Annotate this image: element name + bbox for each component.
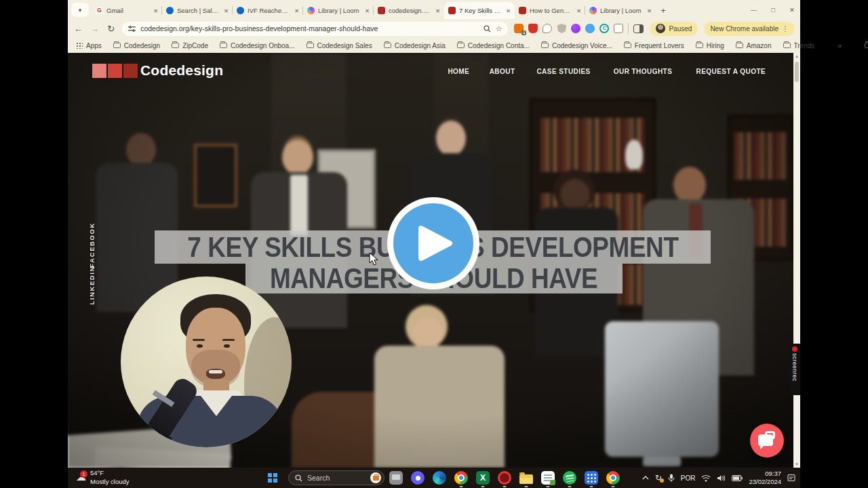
nav-home[interactable]: HOME xyxy=(448,67,469,75)
extension-icon-blue[interactable] xyxy=(585,24,595,33)
scroll-up-icon[interactable]: ▴ xyxy=(795,53,798,60)
avatar xyxy=(656,24,665,33)
tab-close-icon[interactable]: ✕ xyxy=(294,7,299,14)
clock[interactable]: 09:37 23/02/2024 xyxy=(749,470,781,486)
page-scrollbar[interactable]: ▴ ▾ xyxy=(793,53,800,468)
bookmark-folder-hiring[interactable]: Hiring xyxy=(696,42,724,49)
tab-close-icon[interactable]: ✕ xyxy=(365,7,370,14)
taskbar-app-desktop[interactable] xyxy=(388,470,404,486)
taskbar-app-file-explorer[interactable] xyxy=(518,470,534,486)
minimize-button[interactable]: — xyxy=(751,6,757,14)
nav-request-quote[interactable]: REQUEST A QUOTE xyxy=(696,67,766,75)
tab-codedesign-home[interactable]: codedesign.org: P ✕ xyxy=(374,2,444,19)
all-bookmarks-button[interactable]: All Bookmarks xyxy=(865,42,868,49)
extension-icon-shield[interactable] xyxy=(557,24,566,33)
folder-icon xyxy=(457,43,465,48)
maximize-button[interactable]: □ xyxy=(771,6,775,14)
bookmark-folder-onboarding[interactable]: Codedesign Onboa... xyxy=(220,42,295,49)
reload-button[interactable]: ↻ xyxy=(106,24,116,34)
sales-nav-icon xyxy=(166,7,174,14)
tab-close-icon[interactable]: ✕ xyxy=(435,7,440,14)
codedesign-logo[interactable]: Codedesign xyxy=(92,62,223,79)
bookmark-folder-asia[interactable]: Codedesign Asia xyxy=(384,42,446,49)
bookmark-folder-frequent-lovers[interactable]: Frequent Lovers xyxy=(624,42,684,49)
chat-widget-button[interactable] xyxy=(750,424,784,458)
extension-icon-teal[interactable]: C xyxy=(599,24,609,33)
tab-loom-2[interactable]: Library | Loom ✕ xyxy=(585,2,656,19)
battery-icon[interactable] xyxy=(732,475,743,481)
nav-case-studies[interactable]: CASE STUDIES xyxy=(537,67,591,75)
url-text[interactable]: codedesign.org/key-skills-pro-business-d… xyxy=(140,24,478,33)
side-panel-icon[interactable] xyxy=(633,24,644,33)
taskbar-app-edge[interactable] xyxy=(431,470,448,486)
zoom-icon[interactable] xyxy=(484,25,491,33)
bookmark-star-icon[interactable]: ☆ xyxy=(496,24,502,33)
tab-close-icon[interactable]: ✕ xyxy=(506,7,511,14)
tab-close-icon[interactable]: ✕ xyxy=(153,7,158,14)
extension-icon-purple[interactable] xyxy=(571,24,580,33)
taskbar-app-recorder[interactable] xyxy=(496,470,513,486)
search-highlight-icon[interactable] xyxy=(370,472,381,483)
address-bar[interactable]: codedesign.org/key-skills-pro-business-d… xyxy=(122,22,508,36)
video-play-button[interactable] xyxy=(387,197,479,289)
bookmark-apps[interactable]: Apps xyxy=(76,42,102,49)
taskbar-search[interactable]: Search xyxy=(288,470,384,485)
site-settings-icon[interactable] xyxy=(128,26,136,32)
bookmark-folder-sales[interactable]: Codedesign Sales xyxy=(307,42,372,49)
profile-paused-chip[interactable]: Paused xyxy=(650,22,698,36)
bookmark-folder-trends[interactable]: Trends xyxy=(783,42,815,49)
taskbar-app-calculator[interactable] xyxy=(583,470,599,486)
volume-icon[interactable] xyxy=(717,474,726,482)
weather-widget[interactable]: ☁1 54°F Mostly cloudy xyxy=(76,469,130,487)
taskbar-app-notes[interactable] xyxy=(540,470,556,486)
tab-sales-nav[interactable]: Search | Sales Nav ✕ xyxy=(162,2,233,19)
tab-loom-1[interactable]: Library | Loom ✕ xyxy=(303,2,374,19)
taskbar-app-chrome[interactable] xyxy=(453,470,469,486)
tab-search-button[interactable]: ▾ xyxy=(71,3,89,17)
bookmarks-overflow-button[interactable]: » xyxy=(837,41,842,49)
taskbar-app-spotify[interactable] xyxy=(561,470,578,486)
bookmark-folder-amazon[interactable]: Amazon xyxy=(736,42,772,49)
kebab-menu-icon[interactable]: ⋮ xyxy=(782,25,789,33)
sync-status-icon[interactable]: ↻ xyxy=(655,473,662,483)
language-indicator[interactable]: POR xyxy=(681,474,696,482)
back-button[interactable]: ← xyxy=(73,24,83,34)
bookmark-folder-zipcode[interactable]: ZipCode xyxy=(172,42,208,49)
bookmark-folder-contacts[interactable]: Codedesign Conta... xyxy=(457,42,530,49)
tab-ivf[interactable]: IVF Reached out | ✕ xyxy=(233,2,303,19)
codedesign-favicon xyxy=(448,7,456,14)
bookmark-folder-voice[interactable]: Codedesign Voice... xyxy=(541,42,612,49)
new-tab-button[interactable]: + xyxy=(656,5,671,16)
tab-close-icon[interactable]: ✕ xyxy=(576,7,581,14)
presenter-brow xyxy=(222,339,235,341)
taskbar-app-browser2[interactable] xyxy=(605,470,621,486)
social-link-facebook[interactable]: FACEBOOK xyxy=(88,222,96,268)
wifi-icon[interactable] xyxy=(701,474,711,482)
nav-our-thoughts[interactable]: OUR THOUGHTS xyxy=(614,67,673,75)
extension-icon-orange[interactable]: 4 xyxy=(514,24,524,33)
tab-how-to-generate[interactable]: How to Generate ✕ xyxy=(515,2,585,19)
screenrec-tab[interactable]: screenrec xyxy=(789,344,800,395)
extension-icon-clipboard[interactable] xyxy=(614,24,623,33)
close-button[interactable]: ✕ xyxy=(789,6,795,14)
scroll-down-icon[interactable]: ▾ xyxy=(795,461,798,468)
microphone-tray-icon[interactable] xyxy=(668,474,675,483)
extension-icon-red[interactable] xyxy=(528,24,538,33)
tray-chevron-icon[interactable] xyxy=(642,476,649,480)
scrollbar-thumb[interactable] xyxy=(795,62,799,82)
nav-about[interactable]: ABOUT xyxy=(490,67,515,75)
notification-center-icon[interactable] xyxy=(787,474,796,482)
update-chrome-chip[interactable]: New Chrome available ⋮ xyxy=(704,22,795,36)
bookmark-folder-codedesign[interactable]: Codedesign xyxy=(113,42,160,49)
tab-active-7-key-skills[interactable]: 7 Key Skills Busine ✕ xyxy=(444,2,515,19)
chat-bubble-icon xyxy=(758,434,773,446)
taskbar-app-excel[interactable]: X xyxy=(475,470,491,486)
tab-close-icon[interactable]: ✕ xyxy=(224,7,229,14)
tab-close-icon[interactable]: ✕ xyxy=(647,7,652,14)
forward-button[interactable]: → xyxy=(90,24,100,34)
taskbar-app-loom[interactable] xyxy=(410,470,426,486)
extension-icon-chat[interactable] xyxy=(542,24,552,33)
social-link-linkedin[interactable]: LINKEDIN xyxy=(88,266,96,305)
tab-gmail[interactable]: G Gmail ✕ xyxy=(92,2,162,19)
start-button[interactable] xyxy=(268,473,277,483)
